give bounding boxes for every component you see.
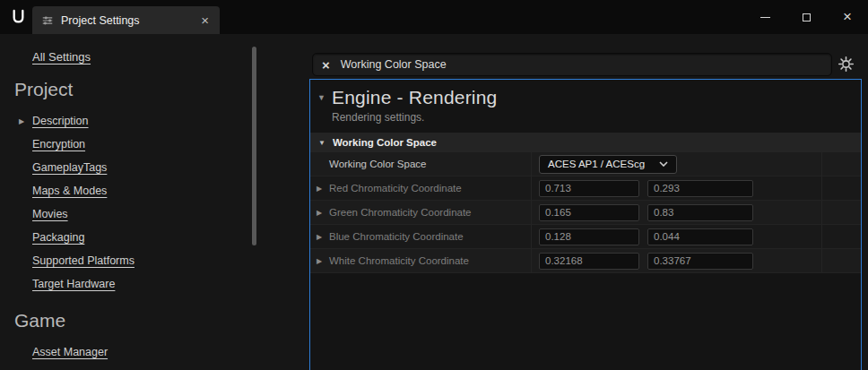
expand-arrow-icon[interactable]: ▶ [317, 257, 329, 265]
section-subtitle: Rendering settings. [332, 111, 861, 124]
clear-search-icon[interactable]: × [322, 58, 330, 72]
collapse-arrow-icon[interactable]: ▼ [318, 139, 326, 147]
reset-column [821, 152, 861, 176]
minimize-button[interactable] [744, 0, 786, 34]
sidebar-section-game: Game [14, 310, 269, 331]
row-blue-chromaticity: ▶ Blue Chromaticity Coordinate 0.128 0.0… [310, 225, 861, 249]
green-x-input[interactable]: 0.165 [539, 204, 639, 221]
tab-title: Project Settings [61, 14, 192, 27]
row-white-chromaticity: ▶ White Chromaticity Coordinate 0.32168 … [310, 249, 861, 273]
sidebar-item-target-hardware[interactable]: Target Hardware [32, 272, 269, 296]
sidebar-item-supported-platforms[interactable]: Supported Platforms [32, 249, 269, 272]
property-label: Green Chromaticity Coordinate [329, 207, 472, 218]
red-y-input[interactable]: 0.293 [647, 180, 753, 197]
property-label: White Chromaticity Coordinate [329, 255, 469, 266]
sidebar-scrollbar[interactable] [252, 47, 256, 245]
section-title: Engine - Rendering [332, 87, 498, 108]
sidebar-item-maps-and-modes[interactable]: Maps & Modes [32, 179, 269, 202]
expand-arrow-icon[interactable]: ▶ [317, 233, 329, 241]
property-label: Red Chromaticity Coordinate [329, 183, 462, 194]
project-settings-tab-icon [41, 14, 54, 27]
sidebar-item-movies[interactable]: Movies [32, 202, 269, 226]
window-controls: × [744, 0, 868, 34]
expand-arrow-icon[interactable]: ▶ [317, 185, 329, 193]
red-x-input[interactable]: 0.713 [539, 180, 639, 197]
title-bar: Project Settings × × [0, 0, 868, 34]
row-working-color-space: Working Color Space ACES AP1 / ACEScg [310, 152, 861, 176]
blue-y-input[interactable]: 0.044 [647, 228, 753, 245]
project-settings-window: Project Settings × × All Settings Projec… [0, 0, 868, 370]
sidebar-item-packaging[interactable]: Packaging [32, 226, 269, 249]
settings-sidebar: All Settings Project ▶ Description Encry… [0, 34, 269, 370]
expand-arrow-icon[interactable]: ▶ [317, 209, 329, 217]
maximize-button[interactable] [786, 0, 827, 34]
sidebar-item-gameplaytags[interactable]: GameplayTags [32, 156, 269, 179]
row-red-chromaticity: ▶ Red Chromaticity Coordinate 0.713 0.29… [310, 176, 861, 201]
sidebar-item-asset-manager[interactable]: Asset Manager [32, 340, 269, 364]
collapse-arrow-icon[interactable]: ▼ [317, 93, 326, 102]
blue-x-input[interactable]: 0.128 [539, 228, 639, 245]
reset-column [821, 225, 861, 248]
sidebar-item-asset-tools[interactable]: Asset Tools [32, 364, 269, 370]
search-query-text: Working Color Space [341, 58, 447, 71]
sidebar-item-all-settings[interactable]: All Settings [32, 50, 91, 65]
row-green-chromaticity: ▶ Green Chromaticity Coordinate 0.165 0.… [310, 201, 861, 225]
settings-panel: ▼ Engine - Rendering Rendering settings.… [309, 79, 862, 370]
sidebar-item-description[interactable]: ▶ Description [32, 109, 269, 133]
category-title: Working Color Space [333, 137, 437, 148]
reset-column [821, 176, 861, 200]
reset-column [821, 249, 861, 272]
project-items-list: ▶ Description Encryption GameplayTags Ma… [32, 109, 269, 296]
reset-column [821, 201, 861, 224]
chevron-down-icon [659, 161, 668, 167]
property-rows: Working Color Space ACES AP1 / ACEScg ▶ … [310, 152, 861, 273]
sidebar-section-project: Project [14, 79, 269, 100]
green-y-input[interactable]: 0.83 [647, 204, 753, 221]
section-header: ▼ Engine - Rendering [310, 80, 861, 108]
property-label: Working Color Space [329, 159, 426, 169]
unreal-engine-logo-icon [9, 7, 28, 26]
working-color-space-dropdown[interactable]: ACES AP1 / ACEScg [539, 155, 677, 174]
tab-project-settings[interactable]: Project Settings × [32, 6, 220, 34]
game-items-list: Asset Manager Asset Tools [32, 340, 269, 370]
dropdown-selected-value: ACES AP1 / ACEScg [548, 159, 645, 169]
expand-arrow-icon[interactable]: ▶ [19, 117, 24, 125]
white-x-input[interactable]: 0.32168 [539, 253, 639, 270]
white-y-input[interactable]: 0.33767 [647, 253, 753, 270]
settings-gear-icon[interactable] [838, 56, 855, 73]
settings-search-input[interactable]: × Working Color Space [312, 53, 832, 76]
tab-close-icon[interactable]: × [199, 13, 211, 27]
category-working-color-space[interactable]: ▼ Working Color Space [310, 133, 861, 152]
close-button[interactable]: × [827, 0, 868, 34]
sidebar-item-encryption[interactable]: Encryption [32, 133, 269, 156]
property-label: Blue Chromaticity Coordinate [329, 231, 464, 242]
